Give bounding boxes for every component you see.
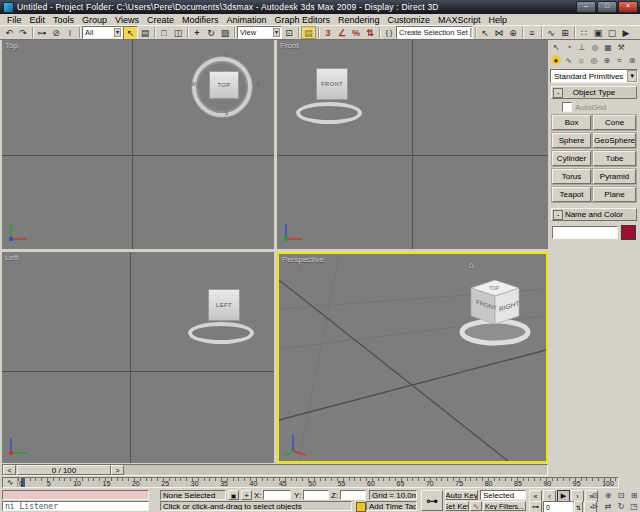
collapse-icon[interactable]: -	[553, 210, 563, 220]
select-and-manipulate-icon[interactable]: ↖	[478, 26, 492, 39]
zoom-extents-icon[interactable]: ⊡	[615, 490, 627, 500]
edit-named-selections-icon[interactable]: { }	[382, 26, 396, 39]
viewport-label[interactable]: Front	[280, 41, 299, 50]
menu-item[interactable]: Rendering	[334, 15, 384, 25]
category-lights[interactable]: ☼	[575, 54, 587, 66]
primitive-button[interactable]: Teapot	[552, 187, 591, 202]
close-button[interactable]: ×	[618, 1, 638, 13]
z-coordinate-field[interactable]	[340, 490, 366, 500]
set-key-button[interactable]: Set Key	[445, 501, 469, 511]
maxscript-listener-line[interactable]: ni Listener	[2, 501, 149, 511]
primitive-button[interactable]: Sphere	[552, 133, 591, 148]
angle-snap-icon[interactable]: ∠	[335, 26, 349, 39]
menu-item[interactable]: MAXScript	[434, 15, 485, 25]
category-systems[interactable]: ⊛	[626, 54, 638, 66]
maximize-button[interactable]: □	[597, 1, 617, 13]
menu-item[interactable]: Views	[111, 15, 143, 25]
rectangular-selection-icon[interactable]: □	[157, 26, 171, 39]
select-and-scale-icon[interactable]: ▨	[218, 26, 232, 39]
viewcube[interactable]: TOP	[209, 71, 239, 99]
menu-item[interactable]: Graph Editors	[270, 15, 334, 25]
y-coordinate-field[interactable]	[303, 490, 329, 500]
category-cameras[interactable]: ◎	[588, 54, 600, 66]
minimize-button[interactable]: –	[576, 1, 596, 13]
menu-item[interactable]: Tools	[49, 15, 78, 25]
x-coordinate-field[interactable]	[263, 490, 291, 500]
viewport-label[interactable]: Perspective	[282, 255, 324, 264]
render-production-icon[interactable]: ▶	[619, 26, 633, 39]
key-curve-icon[interactable]: ∿	[470, 501, 482, 511]
arc-rotate-icon[interactable]: ↻	[615, 501, 627, 511]
select-and-link-icon[interactable]: ⊶	[35, 26, 49, 39]
previous-frame-nudge-button[interactable]: <	[3, 465, 16, 475]
object-type-rollout[interactable]: - Object Type	[551, 86, 637, 99]
primitive-button[interactable]: Pyramid	[593, 169, 636, 184]
bind-to-space-warp-icon[interactable]: ≀	[63, 26, 77, 39]
next-frame-nudge-button[interactable]: >	[111, 465, 124, 475]
viewcube-3d[interactable]: FRONT RIGHT TOP	[458, 272, 532, 348]
primitive-button[interactable]: Plane	[593, 187, 636, 202]
viewcube-compass-ring[interactable]	[188, 322, 254, 344]
key-filters-button[interactable]: Key Filters...	[483, 501, 526, 511]
mirror-icon[interactable]: ⋈	[492, 26, 506, 39]
object-color-swatch[interactable]	[621, 225, 636, 240]
viewport-front[interactable]: Front FRONT	[277, 40, 548, 249]
tab-hierarchy[interactable]: ⊥	[576, 41, 588, 53]
track-bar[interactable]: ∿ 05101520253035404550556065707580859095…	[2, 477, 619, 488]
percent-snap-icon[interactable]: %	[349, 26, 363, 39]
select-object-icon[interactable]: ↖	[123, 26, 138, 40]
spinner-snap-icon[interactable]: ⇅	[363, 26, 377, 39]
material-editor-icon[interactable]: ∷	[577, 26, 591, 39]
add-time-tag[interactable]: Add Time Tag	[366, 501, 417, 511]
category-helpers[interactable]: ⊕	[601, 54, 613, 66]
set-keys-button[interactable]: ⊶	[421, 490, 443, 511]
undo-icon[interactable]: ↶	[2, 26, 16, 39]
snaps-toggle-icon[interactable]: 3	[321, 26, 335, 39]
auto-key-button[interactable]: Auto Key	[445, 490, 478, 500]
name-and-color-rollout[interactable]: - Name and Color	[551, 208, 637, 221]
viewport-left[interactable]: Left LEFT	[2, 252, 274, 463]
select-by-name-icon[interactable]: ▤	[138, 26, 152, 39]
frame-spinner[interactable]: ⇅	[574, 501, 583, 512]
align-icon[interactable]: ⊕	[506, 26, 520, 39]
primitive-button[interactable]: Cylinder	[552, 151, 591, 166]
viewcube[interactable]: LEFT	[208, 289, 240, 321]
key-mode-toggle-button[interactable]: ⊶	[529, 501, 542, 512]
primitive-button[interactable]: Torus	[552, 169, 591, 184]
viewport-label[interactable]: Left	[5, 253, 18, 262]
primitive-button[interactable]: Box	[552, 115, 591, 130]
use-pivot-center-icon[interactable]: ⊡	[282, 26, 296, 39]
tab-modify[interactable]: ◔	[563, 41, 575, 53]
zoom-icon[interactable]: ⊙	[589, 490, 601, 500]
menu-item[interactable]: Help	[485, 15, 512, 25]
field-of-view-icon[interactable]: ⊳	[589, 501, 601, 511]
maxscript-listener-input[interactable]	[2, 490, 149, 500]
selection-filter-dropdown[interactable]: All	[82, 26, 123, 39]
keying-selection-dropdown[interactable]: Selected	[480, 490, 526, 500]
tab-utilities[interactable]: ⚒	[615, 41, 627, 53]
reference-coordinate-dropdown[interactable]: View	[237, 26, 282, 39]
selection-lock-icon[interactable]: ▣	[228, 490, 239, 500]
menu-item[interactable]: Animation	[222, 15, 270, 25]
mini-curve-editor-icon[interactable]: ∿	[3, 478, 18, 487]
viewport-label[interactable]: Top	[5, 41, 18, 50]
zoom-extents-all-icon[interactable]: ⊞	[628, 490, 640, 500]
unlink-selection-icon[interactable]: ⊘	[49, 26, 63, 39]
menu-item[interactable]: File	[3, 15, 26, 25]
tab-display[interactable]: ▦	[602, 41, 614, 53]
primitive-button[interactable]: GeoSphere	[593, 133, 636, 148]
select-and-rotate-icon[interactable]: ↻	[204, 26, 218, 39]
primitives-dropdown[interactable]: Standard Primitives	[550, 69, 638, 83]
category-shapes[interactable]: ∿	[563, 54, 575, 66]
viewport-perspective[interactable]: Perspective ⌂ FRONT RIGHT TOP	[277, 252, 548, 463]
menu-item[interactable]: Customize	[384, 15, 435, 25]
layer-manager-icon[interactable]: ≡	[525, 26, 539, 39]
keyboard-override-icon[interactable]: ▤	[301, 26, 316, 39]
category-geometry[interactable]: ●	[550, 54, 562, 66]
curve-editor-icon[interactable]: ∿	[544, 26, 558, 39]
time-slider[interactable]: < 0 / 100 >	[2, 464, 548, 476]
viewcube-home-icon[interactable]: ⌂	[469, 260, 474, 270]
absolute-mode-toggle[interactable]: +	[241, 490, 252, 500]
time-slider-handle[interactable]: 0 / 100	[17, 465, 111, 475]
menu-item[interactable]: Edit	[26, 15, 50, 25]
